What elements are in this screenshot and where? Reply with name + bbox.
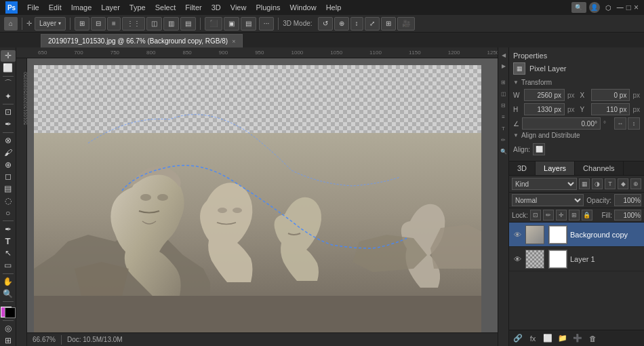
hand-tool[interactable]: ✋ [1,275,16,287]
3d-tool3[interactable]: ↕ [350,17,363,31]
y-input[interactable] [591,103,630,115]
angle-input[interactable] [522,117,601,130]
edge-tool2[interactable]: ◫ [499,89,508,98]
zoom-tool[interactable]: 🔍 [1,288,16,299]
flip-v-btn[interactable]: ↕ [628,117,640,130]
3d-tool6[interactable]: 🎥 [397,17,415,31]
crop-tool[interactable]: ⊡ [1,107,16,118]
edge-tool5[interactable]: T [499,123,508,133]
kind-select[interactable]: Kind [512,178,577,190]
share-btn[interactable]: ⬡ [603,4,614,12]
menu-plugins[interactable]: Plugins [251,2,284,13]
3d-tool2[interactable]: ⊕ [334,17,349,31]
eyedropper-tool[interactable]: ✒ [1,119,16,130]
menu-type[interactable]: Type [125,2,150,13]
layer-effects-btn[interactable]: fx [527,332,539,345]
eraser-tool[interactable]: ◻ [1,171,16,182]
menu-help[interactable]: Help [322,2,346,13]
align-btn[interactable]: ≡ [107,17,121,31]
flip-h-btn[interactable]: ↔ [614,117,626,130]
options-btn3[interactable]: ▤ [180,17,196,31]
brush-tool[interactable]: 🖌 [1,147,16,158]
menu-layer[interactable]: Layer [97,2,124,13]
path-selection-tool[interactable]: ↖ [1,248,16,259]
layer-item-background-copy[interactable]: 👁 Background copy [509,223,644,247]
document-tab[interactable]: 20190719_101530.jpg @ 66.7% (Background … [41,34,243,47]
lock-position-btn[interactable]: ✛ [556,210,567,220]
fill-input[interactable] [614,210,641,220]
minimize-btn[interactable]: ─ [617,2,624,13]
arrange-btn[interactable]: ◫ [146,17,162,31]
expand-right-btn[interactable]: ▶ [499,61,508,71]
edge-tool6[interactable]: ✏ [499,135,508,145]
background-color[interactable] [5,307,16,318]
3d-tool5[interactable]: ⊞ [381,17,396,31]
menu-select[interactable]: Select [151,2,180,13]
blend-mode-select[interactable]: Normal [512,194,584,206]
lock-all-btn[interactable]: 🔒 [582,210,592,220]
tab-layers[interactable]: Layers [536,161,575,175]
width-input[interactable] [524,89,565,101]
link-layers-btn[interactable]: 🔗 [512,332,524,345]
menu-view[interactable]: View [226,2,251,13]
clone-tool[interactable]: ⊕ [1,159,16,170]
new-layer-btn[interactable]: ➕ [571,332,584,345]
delete-layer-btn[interactable]: 🗑 [586,332,599,345]
search-icon[interactable]: 🔍 [571,2,586,13]
tab-close-btn[interactable]: × [232,38,235,45]
filter-type-btn[interactable]: T [605,178,616,189]
magic-wand-tool[interactable]: ✦ [1,90,16,102]
move-tool[interactable]: ✛ [1,50,16,62]
layer-mode-dropdown[interactable]: Layer ▾ [35,17,66,31]
edge-tool4[interactable]: ≡ [499,112,508,121]
lock-artboard-btn[interactable]: ⊞ [569,210,580,220]
text-tool[interactable]: T [1,235,16,247]
lasso-tool[interactable]: ⌒ [1,78,16,90]
layer-item-layer1[interactable]: 👁 Layer 1 [509,247,644,271]
show-transform-btn[interactable]: ⊟ [91,17,106,31]
quick-mask-btn[interactable]: ◎ [1,322,16,334]
distribute-btn[interactable]: ⋮⋮ [122,17,145,31]
opacity-input[interactable] [614,194,641,206]
menu-filter[interactable]: Filter [181,2,205,13]
gradient-tool[interactable]: ▤ [1,183,16,195]
menu-3d[interactable]: 3D [207,2,225,13]
tab-3d[interactable]: 3D [509,161,536,175]
filter-smart-btn[interactable]: ⊕ [630,178,641,189]
menu-image[interactable]: Image [67,2,96,13]
eye-btn-layer1[interactable]: 👁 [512,254,523,265]
arrange-opt2[interactable]: ▣ [224,17,239,31]
lock-transparent-btn[interactable]: ⊡ [530,210,541,220]
add-mask-btn[interactable]: ⬜ [542,332,554,345]
tab-channels[interactable]: Channels [575,161,623,175]
healing-tool[interactable]: ⊗ [1,135,16,147]
arrange-opt1[interactable]: ⬛ [205,17,222,31]
maximize-btn[interactable]: □ [626,3,631,12]
height-input[interactable] [524,103,565,115]
options-btn2[interactable]: ▥ [163,17,179,31]
filter-shape-btn[interactable]: ◆ [618,178,628,189]
marquee-tool[interactable]: ⬜ [1,62,16,74]
transform-section-header[interactable]: ▼ Transform [513,79,640,86]
auto-select-btn[interactable]: ⊞ [75,17,89,31]
filter-pixel-btn[interactable]: ▦ [579,178,590,189]
pen-tool[interactable]: ✒ [1,223,16,235]
align-section-header[interactable]: ▼ Align and Distribute [513,132,640,139]
edge-tool1[interactable]: ⊞ [499,77,508,87]
close-btn[interactable]: × [634,3,639,12]
move-tool-options[interactable]: ✛ [26,20,32,27]
blur-tool[interactable]: ◌ [1,195,16,207]
edge-tool3[interactable]: ⊟ [499,100,508,110]
arrange-opt3[interactable]: ▤ [241,17,256,31]
eye-btn-bg-copy[interactable]: 👁 [512,229,523,240]
canvas-area[interactable]: 650 700 750 800 850 900 950 1000 1050 11… [16,47,498,346]
new-group-btn[interactable]: 📁 [557,332,569,345]
edge-tool7[interactable]: 🔍 [499,147,508,156]
home-btn[interactable]: ⌂ [4,17,18,31]
collapse-right-btn[interactable]: ◀ [499,50,508,60]
lock-image-btn[interactable]: ✏ [543,210,554,220]
dodge-tool[interactable]: ○ [1,208,16,219]
align-left-btn[interactable]: ⬜ [533,143,545,155]
3d-tool4[interactable]: ⤢ [365,17,380,31]
menu-window[interactable]: Window [286,2,321,13]
